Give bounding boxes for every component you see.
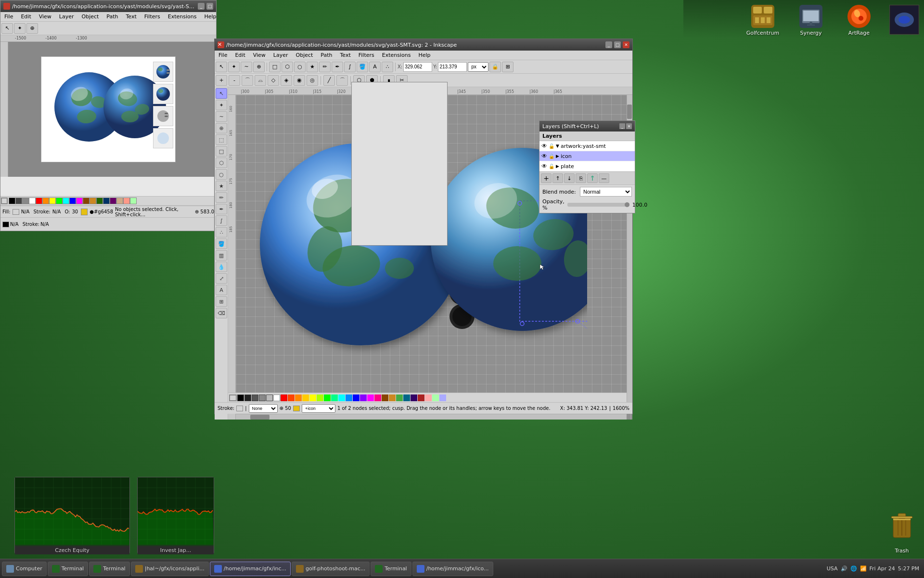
tool-rect-left[interactable]: □ <box>216 146 227 157</box>
tool-node-edit[interactable]: ✦ <box>216 100 227 110</box>
tb2-break[interactable]: ⌓ <box>255 75 266 86</box>
layer-item-artwork[interactable]: 👁 🔓 ▼ artwork:yast-smt <box>539 141 635 151</box>
taskbar-terminal-2[interactable]: Terminal <box>89 562 130 576</box>
tb2-add-node[interactable]: + <box>216 75 227 86</box>
black-swatch[interactable] <box>9 197 15 204</box>
tb-select[interactable]: ↖ <box>216 62 227 72</box>
stroke-indicator[interactable] <box>236 406 243 411</box>
tool-text-left[interactable]: A <box>216 285 227 295</box>
coord-y-input[interactable] <box>438 62 467 72</box>
tb2-line[interactable]: ╱ <box>323 75 335 86</box>
layers-minimize-btn[interactable]: _ <box>619 123 625 129</box>
layers-titlebar[interactable]: Layers (Shift+Ctrl+L) _ ✕ <box>539 121 635 131</box>
menu-help-small[interactable]: Help <box>202 13 218 20</box>
small-titlebar[interactable]: /home/jimmac/gfx/icons/application-icons… <box>0 0 216 12</box>
tool-bucket-left[interactable]: 🪣 <box>216 238 227 249</box>
tool-pencil-left[interactable]: ✏ <box>216 192 227 203</box>
small-color-indicator[interactable] <box>81 209 88 215</box>
layer-item-icon[interactable]: 👁 🔓 ▶ icon <box>539 151 635 161</box>
tool-spray-left[interactable]: ∴ <box>216 227 227 237</box>
tb-text[interactable]: A <box>369 62 381 72</box>
layer-item-plate[interactable]: 👁 🔓 ▶ plate <box>539 161 635 171</box>
tool-ellipse-left[interactable]: ○ <box>216 169 227 180</box>
unit-select[interactable]: px mm in <box>468 62 488 72</box>
main-menu-text[interactable]: Text <box>338 52 353 59</box>
tool-gradient[interactable]: ▥ <box>216 250 227 261</box>
tb-pencil[interactable]: ✏ <box>319 62 331 72</box>
layer-eye-2[interactable]: 👁 <box>541 153 547 159</box>
tool-star-left[interactable]: ★ <box>216 181 227 191</box>
small-fill-black[interactable] <box>2 222 9 227</box>
menu-extensions-small[interactable]: Extensions <box>166 13 199 20</box>
tool-eraser[interactable]: ⌫ <box>216 308 227 318</box>
tb-transform[interactable]: ⊞ <box>502 62 513 72</box>
tb-tweak[interactable]: ~ <box>241 62 252 72</box>
taskbar-hal-folder[interactable]: |hal~/gfx/icons/appli... <box>131 562 209 576</box>
layer-eye-3[interactable]: 👁 <box>541 163 547 170</box>
tool-selector[interactable]: ↖ <box>216 88 227 99</box>
main-menu-filters[interactable]: Filters <box>357 52 376 59</box>
main-menu-view[interactable]: View <box>251 52 268 59</box>
tb-ellipse[interactable]: ○ <box>294 62 306 72</box>
tb-lock-aspect[interactable]: 🔒 <box>489 62 501 72</box>
taskbar-terminal-3[interactable]: Terminal <box>371 562 411 576</box>
main-maximize-btn[interactable]: □ <box>614 41 621 48</box>
main-color-palette[interactable] <box>228 393 627 402</box>
tb-bucket[interactable]: 🪣 <box>357 62 368 72</box>
tb-node[interactable]: ✦ <box>228 62 240 72</box>
blend-mode-select[interactable]: Normal Multiply Screen Overlay <box>580 187 632 197</box>
small-color-palette[interactable] <box>0 196 216 206</box>
main-menu-extensions[interactable]: Extensions <box>380 52 413 59</box>
main-menu-file[interactable]: File <box>217 52 229 59</box>
main-titlebar[interactable]: ✕ /home/jimmac/gfx/icons/application-ico… <box>215 39 632 51</box>
layer-duplicate-btn[interactable]: ⎘ <box>576 173 586 183</box>
fill-type-select[interactable]: +icon <box>302 404 335 413</box>
tb-3d[interactable]: ⬡ <box>282 62 293 72</box>
dark-gray-swatch[interactable] <box>15 197 22 204</box>
main-close-icon[interactable]: ✕ <box>623 41 629 48</box>
opacity-slider[interactable] <box>567 203 629 207</box>
menu-edit-small[interactable]: Edit <box>19 13 33 20</box>
main-menu-layer[interactable]: Layer <box>271 52 290 59</box>
tool-connector[interactable]: ⤢ <box>216 273 227 284</box>
main-menu-edit[interactable]: Edit <box>233 52 247 59</box>
menu-layer-small[interactable]: Layer <box>57 13 76 20</box>
small-canvas[interactable] <box>0 42 216 177</box>
gray-swatch[interactable] <box>22 197 29 204</box>
tb-spray[interactable]: ∴ <box>382 62 393 72</box>
small-minimize-btn[interactable]: _ <box>198 3 205 10</box>
menu-object-small[interactable]: Object <box>80 13 101 20</box>
desktop-icon-synergy[interactable]: Synergy <box>789 5 833 36</box>
small-toolbar-select[interactable]: ↖ <box>1 23 13 34</box>
fill-color-indicator[interactable] <box>293 406 300 411</box>
tb-pen[interactable]: ✒ <box>332 62 343 72</box>
trash-desktop-icon[interactable]: Trash <box>889 511 914 554</box>
taskbar-golf-folder[interactable]: golf-photoshoot-mac... <box>292 562 370 576</box>
layers-close-btn[interactable]: ✕ <box>626 123 632 129</box>
no-color-swatch[interactable] <box>1 197 8 204</box>
tool-measure[interactable]: ⬚ <box>216 134 227 145</box>
layer-lock-1[interactable]: 🔓 <box>549 144 554 149</box>
small-artboard[interactable] <box>41 56 176 162</box>
main-no-color[interactable] <box>229 394 237 401</box>
tb2-curve[interactable]: ⌒ <box>336 75 348 86</box>
menu-text-small[interactable]: Text <box>124 13 139 20</box>
layer-expand-2[interactable]: ▶ <box>556 154 559 158</box>
main-menu-path[interactable]: Path <box>319 52 334 59</box>
layer-eye-1[interactable]: 👁 <box>541 143 547 149</box>
tb-calligraphy[interactable]: ∫ <box>344 62 356 72</box>
tool-zoom-left[interactable]: ⊕ <box>216 123 227 133</box>
layer-lock-3[interactable]: 🔓 <box>549 164 554 169</box>
taskbar-computer[interactable]: Computer <box>2 562 47 576</box>
main-menu-object[interactable]: Object <box>294 52 315 59</box>
layer-expand-1[interactable]: ▼ <box>556 144 559 148</box>
scrollbar-h[interactable] <box>236 414 627 420</box>
tb-rect[interactable]: □ <box>269 62 281 72</box>
small-toolbar-node[interactable]: ✦ <box>14 23 26 34</box>
layer-move-up-btn[interactable]: ↑ <box>552 173 563 183</box>
desktop-icon-golfcentrum[interactable]: Golfcentrum <box>741 5 784 36</box>
menu-filters-small[interactable]: Filters <box>142 13 162 20</box>
white-swatch[interactable] <box>29 197 36 204</box>
main-minimize-btn[interactable]: _ <box>605 41 612 48</box>
small-maximize-btn[interactable]: □ <box>206 3 213 10</box>
